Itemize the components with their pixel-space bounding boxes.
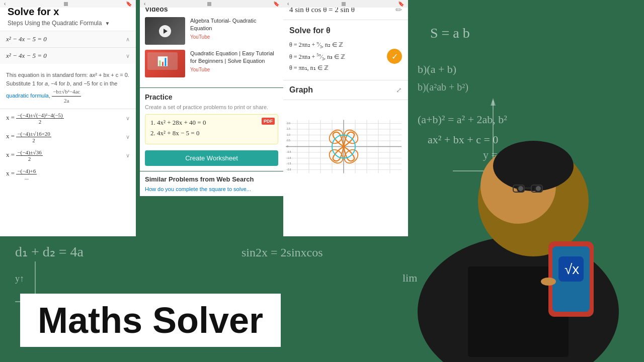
nav-bookmark-right[interactable]: 🔖 (398, 1, 404, 7)
section-2: x² − 4x − 5 = 0 ∨ This equation is in st… (0, 48, 136, 109)
graph-svg: 0 0.5 1.0 1.5 2.0 -0.5 -1.0 -1.5 -2.0 (286, 103, 401, 191)
nav-bar-mid: ‹ 🔖 (140, 0, 283, 8)
video-info-2: Quadratic Equation | Easy Tutorial for B… (190, 50, 278, 72)
section-2-note: This equation is in standard form: ax² +… (6, 71, 130, 105)
svg-text:0.5: 0.5 (287, 139, 290, 142)
step-eq-3: x = −(−4)±√36 2 (6, 149, 43, 162)
svg-text:0: 0 (287, 145, 288, 147)
solve-theta-title: Solve for θ (289, 26, 402, 35)
step-row-1: x = −(−4)±√(−4)²−4(−5) 2 ∨ (0, 109, 136, 128)
nav-bar-left: ‹ 🔖 (0, 0, 136, 8)
step-3-chevron-icon: ∨ (126, 152, 130, 159)
graph-header: Graph ⤢ (283, 80, 408, 100)
person-area: √x (392, 101, 644, 362)
step-1-chevron-icon: ∨ (126, 115, 130, 122)
svg-text:1.0: 1.0 (287, 133, 290, 136)
svg-text:-1.0: -1.0 (287, 156, 291, 159)
right-panel: 4 sin θ cos θ = 2 sin θ ✏ Solve for θ θ … (283, 0, 408, 236)
step-row-3: x = −(−4)±√36 2 ∨ (0, 146, 136, 165)
play-button-1[interactable] (159, 25, 171, 37)
svg-point-57 (536, 186, 541, 191)
svg-point-53 (493, 141, 574, 191)
youtube-label-1: YouTube (190, 34, 278, 40)
middle-area: Videos Algebra Tutorial- Quadratic Equat… (140, 0, 283, 236)
pdf-badge: PDF (262, 118, 275, 125)
video-thumb-1[interactable] (145, 17, 185, 45)
svg-text:-0.5: -0.5 (287, 151, 291, 153)
section-1-header[interactable]: x² − 4x − 5 = 0 ∧ (0, 31, 136, 47)
graph-title: Graph (289, 85, 313, 95)
left-panel: Solve for x Steps Using the Quadratic Fo… (0, 0, 136, 236)
practice-panel: Practice Create a set of practice proble… (140, 88, 283, 171)
nav-dot-mid (207, 2, 211, 6)
section-1: x² − 4x − 5 = 0 ∧ (0, 31, 136, 48)
section-1-chevron-icon: ∧ (126, 36, 130, 43)
video-thumb-2[interactable]: 📊 (145, 50, 185, 77)
svg-text:1.5: 1.5 (287, 128, 290, 130)
step-eq-2: x = −(−4)±√16+20 2 (6, 131, 51, 143)
svg-text:-1.5: -1.5 (287, 162, 291, 165)
maths-solver-text: Maths Solver (38, 300, 263, 340)
svg-point-56 (518, 186, 523, 191)
maths-solver-banner: Maths Solver (20, 294, 281, 347)
step-eq-1: x = −(−4)±√(−4)²−4(−5) 2 (6, 112, 64, 125)
section-1-equation: x² − 4x − 5 = 0 (6, 35, 47, 43)
svg-text:2.0: 2.0 (287, 122, 290, 124)
practice-eq-1: 1. 4x² + 28x + 40 = 0 (150, 119, 273, 127)
video-title-2: Quadratic Equation | Easy Tutorial for B… (190, 50, 278, 65)
step-row-2: x = −(−4)±√16+20 2 ∨ (0, 128, 136, 146)
play-icon-1 (164, 29, 168, 34)
practice-title: Practice (145, 93, 278, 101)
steps-chevron-icon: ▼ (105, 21, 110, 26)
video-title-1: Algebra Tutorial- Quadratic Equation (190, 17, 278, 33)
solve-theta-panel: Solve for θ θ = 2πn₂ + π⁄3, n₂ ∈ ℤ θ = 2… (283, 20, 408, 80)
section-2-chevron-icon: ∨ (126, 53, 130, 59)
video-info-1: Algebra Tutorial- Quadratic Equation You… (190, 17, 278, 40)
section-2-body: This equation is in standard form: ax² +… (0, 64, 136, 109)
steps-label: Steps Using the Quadratic Formula (8, 20, 102, 27)
check-circle: ✓ (387, 49, 402, 64)
practice-box: PDF 1. 4x² + 28x + 40 = 0 2. 4x² + 8x − … (145, 114, 278, 144)
youtube-label-2: YouTube (190, 67, 278, 72)
nav-bar-right: ‹ 🔖 (283, 0, 408, 8)
video-item-1[interactable]: Algebra Tutorial- Quadratic Equation You… (145, 17, 278, 45)
similar-link[interactable]: How do you complete the square to solve.… (145, 186, 278, 192)
svg-text:-2.0: -2.0 (287, 168, 291, 170)
graph-panel: Graph ⤢ (283, 80, 408, 236)
graph-area: 0 0.5 1.0 1.5 2.0 -0.5 -1.0 -1.5 -2.0 (283, 100, 408, 236)
solve-title: Solve for x (8, 6, 128, 18)
section-2-equation: x² − 4x − 5 = 0 (6, 52, 47, 60)
practice-eq-2: 2. 4x² + 8x − 5 = 0 (150, 129, 273, 137)
similar-section: Similar Problems from Web Search How do … (140, 171, 283, 196)
section-2-header[interactable]: x² − 4x − 5 = 0 ∨ (0, 48, 136, 64)
nav-dot-left (64, 2, 68, 6)
practice-note: Create a set of practice problems to pri… (145, 104, 278, 110)
video-item-2[interactable]: 📊 Quadratic Equation | Easy Tutorial for… (145, 50, 278, 77)
nav-back-mid[interactable]: ‹ (144, 1, 145, 7)
nav-back-left[interactable]: ‹ (4, 1, 6, 7)
theta-solution-1: θ = 2πn₂ + π⁄3, n₂ ∈ ℤ (289, 39, 402, 51)
expand-icon[interactable]: ⤢ (396, 86, 402, 94)
nav-back-right[interactable]: ‹ (287, 1, 289, 7)
theta-solution-2: θ = 2πn₃ + 5π⁄3, n₃ ∈ ℤ (289, 51, 402, 63)
theta-solutions: θ = 2πn₂ + π⁄3, n₂ ∈ ℤ θ = 2πn₃ + 5π⁄3, … (289, 39, 402, 74)
similar-title: Similar Problems from Web Search (145, 175, 278, 183)
person-svg: √x (392, 101, 644, 362)
steps-row[interactable]: Steps Using the Quadratic Formula ▼ (8, 20, 128, 27)
step-row-4: x = −(−4)+6 ... (0, 165, 136, 184)
step-eq-4: x = −(−4)+6 ... (6, 168, 37, 180)
nav-bookmark-mid[interactable]: 🔖 (273, 1, 279, 7)
svg-point-66 (541, 278, 556, 286)
videos-panel: Videos Algebra Tutorial- Quadratic Equat… (140, 0, 283, 87)
svg-text:√x: √x (565, 261, 579, 277)
nav-dot-right (342, 2, 346, 6)
create-worksheet-button[interactable]: Create Worksheet (145, 150, 278, 166)
step-2-chevron-icon: ∨ (126, 134, 130, 140)
theta-solution-3: θ = πn₁, n₁ ∈ ℤ (289, 63, 402, 74)
nav-bookmark-left[interactable]: 🔖 (126, 1, 132, 7)
